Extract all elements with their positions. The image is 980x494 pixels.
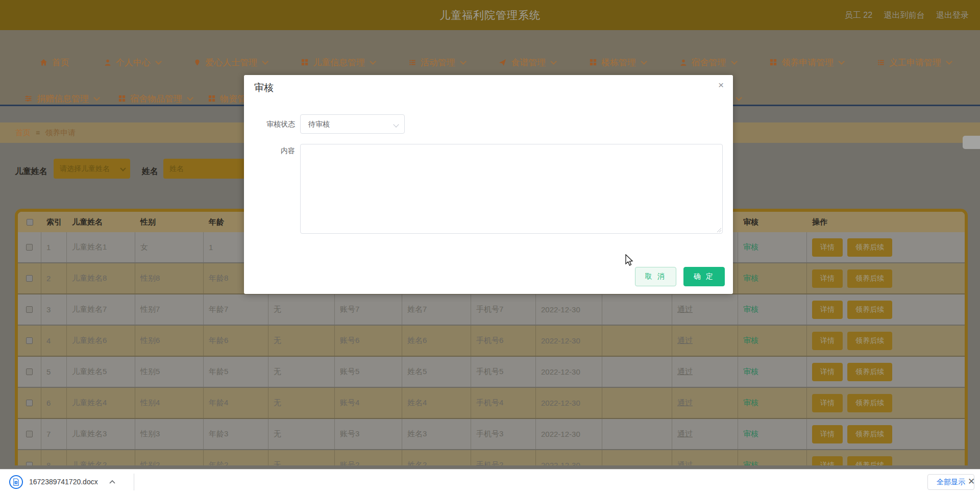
chevron-down-icon [393,121,399,127]
downloaded-file-item[interactable]: w 1672389741720.docx [4,472,120,491]
mouse-cursor [625,254,634,266]
close-download-bar-icon[interactable]: ✕ [968,476,975,487]
content-label: 内容 [244,146,295,156]
content-textarea[interactable] [300,144,723,234]
review-status-select[interactable]: 待审核 [300,114,405,134]
review-status-label: 审核状态 [244,120,295,129]
modal-title: 审核 [254,81,274,94]
download-bar: w 1672389741720.docx 全部显示 ✕ [0,469,980,494]
divider [134,474,134,490]
modal-footer: 取 消 确 定 [635,267,725,286]
review-modal: 审核 × 审核状态 待审核 内容 取 消 确 定 [244,75,733,294]
cancel-button[interactable]: 取 消 [635,267,676,286]
confirm-button[interactable]: 确 定 [683,267,725,286]
close-icon[interactable]: × [718,80,724,90]
svg-text:w: w [15,481,17,484]
chevron-up-icon[interactable] [109,480,115,484]
word-document-icon: w [9,475,23,489]
review-status-value: 待审核 [308,120,330,128]
downloaded-filename: 1672389741720.docx [29,478,98,486]
